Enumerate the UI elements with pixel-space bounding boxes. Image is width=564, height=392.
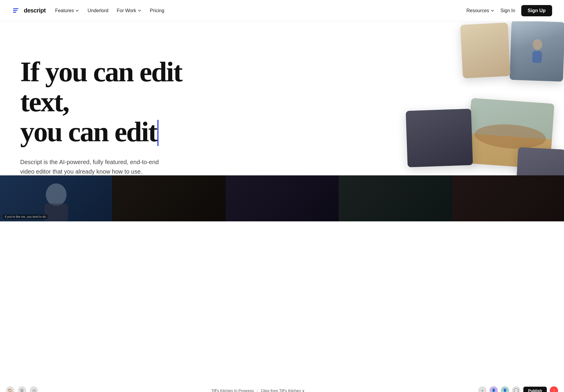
logo-text: descript	[24, 7, 46, 14]
svg-point-8	[474, 122, 547, 151]
video-thumb-4	[339, 175, 451, 221]
hero-image-card-1	[510, 20, 564, 82]
chevron-down-icon	[137, 9, 142, 13]
logo[interactable]: descript	[12, 6, 46, 15]
landscape-visual	[467, 98, 555, 169]
topbar-left: 🏠 ☰ ◷	[6, 386, 38, 392]
nav-link-pricing[interactable]: Pricing	[150, 8, 164, 13]
video-thumb-2	[113, 175, 225, 221]
svg-rect-1	[13, 8, 18, 9]
home-icon-button[interactable]: 🏠	[6, 386, 14, 392]
video-thumb-3	[226, 175, 338, 221]
app-panel: 🏠 ☰ ◷ Tiff's Kitchen In Progress / Clips…	[0, 384, 564, 392]
video-row: if you're like me, you tend to do	[0, 175, 564, 221]
signup-button[interactable]: Sign Up	[521, 5, 552, 16]
svg-rect-7	[467, 134, 552, 169]
nav-right: Resources Sign In Sign Up	[466, 5, 552, 16]
clip-name[interactable]: Clips from Tiff's Kitchen ∨	[261, 388, 305, 392]
hero-subtitle: Descript is the AI-powered, fully featur…	[20, 157, 175, 176]
info-icon-button[interactable]: !	[550, 386, 558, 392]
hero-title: If you can edit text, you can edit	[20, 57, 226, 148]
panel-topbar: 🏠 ☰ ◷ Tiff's Kitchen In Progress / Clips…	[0, 384, 564, 392]
logo-icon	[12, 6, 21, 15]
chevron-down-icon	[75, 9, 79, 13]
nav-link-signin[interactable]: Sign In	[500, 8, 515, 13]
svg-rect-5	[532, 51, 542, 63]
topbar-right: + 👤 👤 💬 Publish !	[478, 386, 558, 392]
video-thumb-5	[452, 175, 564, 221]
breadcrumb: Tiff's Kitchen In Progress / Clips from …	[211, 388, 305, 392]
help-icon-button[interactable]: ◷	[30, 386, 38, 392]
video-thumb-1: if you're like me, you tend to do	[0, 175, 112, 221]
menu-icon-button[interactable]: ☰	[18, 386, 26, 392]
nav-links: Features Underlord For Work Pricing	[55, 8, 164, 13]
user-avatar-2[interactable]: 👤	[501, 386, 509, 392]
nav-link-resources[interactable]: Resources	[466, 8, 494, 13]
project-name: Tiff's Kitchen In Progress	[211, 388, 254, 392]
nav-left: descript Features Underlord For Work Pri…	[12, 6, 164, 15]
nav-link-features[interactable]: Features	[55, 8, 79, 13]
chevron-down-icon	[490, 9, 495, 13]
navbar: descript Features Underlord For Work Pri…	[0, 0, 564, 21]
hero-image-card-2	[460, 23, 510, 78]
svg-rect-10	[44, 204, 68, 221]
publish-button[interactable]: Publish	[523, 387, 547, 392]
user-avatar-1[interactable]: 👤	[489, 386, 498, 392]
comment-icon-button[interactable]: 💬	[512, 386, 520, 392]
text-cursor	[157, 120, 159, 146]
hero-image-card-4	[406, 109, 473, 167]
add-icon-button[interactable]: +	[478, 386, 487, 392]
svg-point-9	[46, 183, 66, 206]
svg-point-4	[533, 39, 542, 50]
hero-image-card-3	[467, 98, 555, 169]
svg-rect-6	[469, 98, 555, 139]
nav-link-underlord[interactable]: Underlord	[88, 8, 108, 13]
hero-section: If you can edit text, you can edit Descr…	[0, 0, 564, 221]
svg-rect-2	[13, 10, 17, 11]
person-silhouette	[528, 36, 546, 66]
breadcrumb-separator: /	[257, 388, 258, 392]
nav-link-forwork[interactable]: For Work	[117, 8, 141, 13]
svg-rect-3	[13, 12, 16, 13]
